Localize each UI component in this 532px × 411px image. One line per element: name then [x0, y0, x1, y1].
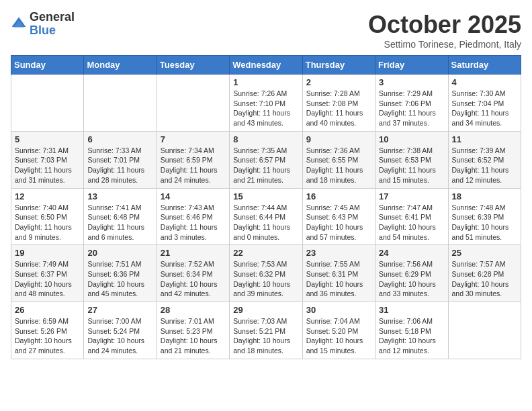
day-info: Sunrise: 7:04 AM Sunset: 5:20 PM Dayligh… [306, 316, 371, 356]
day-info: Sunrise: 7:29 AM Sunset: 7:06 PM Dayligh… [379, 89, 444, 128]
calendar-day-cell: 13Sunrise: 7:41 AM Sunset: 6:48 PM Dayli… [84, 188, 157, 245]
day-number: 7 [161, 134, 226, 144]
day-info: Sunrise: 7:28 AM Sunset: 7:08 PM Dayligh… [306, 89, 371, 128]
day-info: Sunrise: 7:06 AM Sunset: 5:18 PM Dayligh… [379, 316, 444, 356]
calendar-table: SundayMondayTuesdayWednesdayThursdayFrid… [11, 55, 521, 359]
calendar-week-row: 19Sunrise: 7:49 AM Sunset: 6:37 PM Dayli… [11, 245, 521, 302]
calendar-day-header: Tuesday [157, 56, 229, 75]
calendar-day-header: Sunday [11, 56, 84, 75]
calendar-day-header: Friday [375, 56, 448, 75]
calendar-day-cell: 4Sunrise: 7:30 AM Sunset: 7:04 PM Daylig… [448, 75, 521, 132]
day-number: 3 [379, 77, 444, 87]
day-number: 9 [306, 134, 371, 144]
day-number: 17 [379, 191, 444, 201]
day-info: Sunrise: 7:45 AM Sunset: 6:43 PM Dayligh… [306, 203, 371, 242]
day-info: Sunrise: 7:43 AM Sunset: 6:46 PM Dayligh… [161, 203, 226, 242]
calendar-day-cell [157, 75, 229, 132]
calendar-day-cell: 18Sunrise: 7:48 AM Sunset: 6:39 PM Dayli… [448, 188, 521, 245]
day-number: 30 [306, 305, 371, 315]
day-number: 29 [233, 305, 298, 315]
day-number: 19 [15, 248, 80, 258]
calendar-body: 1Sunrise: 7:26 AM Sunset: 7:10 PM Daylig… [11, 75, 521, 359]
day-info: Sunrise: 7:36 AM Sunset: 6:55 PM Dayligh… [306, 146, 371, 185]
day-info: Sunrise: 7:34 AM Sunset: 6:59 PM Dayligh… [161, 146, 226, 185]
day-info: Sunrise: 7:44 AM Sunset: 6:44 PM Dayligh… [233, 203, 298, 242]
day-info: Sunrise: 7:03 AM Sunset: 5:21 PM Dayligh… [233, 316, 298, 356]
day-info: Sunrise: 7:51 AM Sunset: 6:36 PM Dayligh… [87, 259, 152, 299]
calendar-week-row: 12Sunrise: 7:40 AM Sunset: 6:50 PM Dayli… [11, 188, 521, 245]
day-number: 4 [452, 77, 517, 87]
day-number: 18 [452, 191, 517, 201]
calendar-day-cell: 7Sunrise: 7:34 AM Sunset: 6:59 PM Daylig… [157, 131, 229, 188]
day-number: 10 [379, 134, 444, 144]
day-number: 16 [306, 191, 371, 201]
day-info: Sunrise: 7:33 AM Sunset: 7:01 PM Dayligh… [87, 146, 152, 185]
calendar-day-cell: 19Sunrise: 7:49 AM Sunset: 6:37 PM Dayli… [11, 245, 84, 302]
calendar-day-cell: 12Sunrise: 7:40 AM Sunset: 6:50 PM Dayli… [11, 188, 84, 245]
day-info: Sunrise: 7:38 AM Sunset: 6:53 PM Dayligh… [379, 146, 444, 185]
page-header: General Blue October 2025 Settimo Torine… [11, 11, 521, 50]
day-number: 11 [452, 134, 517, 144]
calendar-day-cell [448, 302, 521, 359]
day-number: 26 [15, 305, 80, 315]
day-info: Sunrise: 7:31 AM Sunset: 7:03 PM Dayligh… [15, 146, 80, 185]
day-info: Sunrise: 7:00 AM Sunset: 5:24 PM Dayligh… [87, 316, 152, 356]
calendar-day-cell: 31Sunrise: 7:06 AM Sunset: 5:18 PM Dayli… [375, 302, 448, 359]
calendar-day-cell: 8Sunrise: 7:35 AM Sunset: 6:57 PM Daylig… [230, 131, 302, 188]
logo-icon [11, 16, 27, 32]
day-info: Sunrise: 6:59 AM Sunset: 5:26 PM Dayligh… [15, 316, 80, 356]
calendar-day-cell: 24Sunrise: 7:56 AM Sunset: 6:29 PM Dayli… [375, 245, 448, 302]
title-block: October 2025 Settimo Torinese, Piedmont,… [368, 11, 521, 50]
day-info: Sunrise: 7:52 AM Sunset: 6:34 PM Dayligh… [161, 259, 226, 299]
day-info: Sunrise: 7:47 AM Sunset: 6:41 PM Dayligh… [379, 203, 444, 242]
day-info: Sunrise: 7:40 AM Sunset: 6:50 PM Dayligh… [15, 203, 80, 242]
day-number: 2 [306, 77, 371, 87]
calendar-day-cell: 14Sunrise: 7:43 AM Sunset: 6:46 PM Dayli… [157, 188, 229, 245]
calendar-day-header: Thursday [302, 56, 375, 75]
day-info: Sunrise: 7:39 AM Sunset: 6:52 PM Dayligh… [452, 146, 517, 185]
day-info: Sunrise: 7:57 AM Sunset: 6:28 PM Dayligh… [452, 259, 517, 299]
day-info: Sunrise: 7:56 AM Sunset: 6:29 PM Dayligh… [379, 259, 444, 299]
calendar-day-cell: 9Sunrise: 7:36 AM Sunset: 6:55 PM Daylig… [302, 131, 375, 188]
day-info: Sunrise: 7:35 AM Sunset: 6:57 PM Dayligh… [233, 146, 298, 185]
day-info: Sunrise: 7:48 AM Sunset: 6:39 PM Dayligh… [452, 203, 517, 242]
day-number: 6 [87, 134, 152, 144]
day-number: 12 [15, 191, 80, 201]
day-info: Sunrise: 7:41 AM Sunset: 6:48 PM Dayligh… [87, 203, 152, 242]
day-number: 22 [233, 248, 298, 258]
calendar-day-cell: 10Sunrise: 7:38 AM Sunset: 6:53 PM Dayli… [375, 131, 448, 188]
day-info: Sunrise: 7:01 AM Sunset: 5:23 PM Dayligh… [161, 316, 226, 356]
calendar-day-cell [11, 75, 84, 132]
calendar-day-header: Monday [84, 56, 157, 75]
calendar-week-row: 26Sunrise: 6:59 AM Sunset: 5:26 PM Dayli… [11, 302, 521, 359]
day-number: 8 [233, 134, 298, 144]
calendar-day-cell: 25Sunrise: 7:57 AM Sunset: 6:28 PM Dayli… [448, 245, 521, 302]
calendar-week-row: 5Sunrise: 7:31 AM Sunset: 7:03 PM Daylig… [11, 131, 521, 188]
calendar-day-cell: 23Sunrise: 7:55 AM Sunset: 6:31 PM Dayli… [302, 245, 375, 302]
day-info: Sunrise: 7:55 AM Sunset: 6:31 PM Dayligh… [306, 259, 371, 299]
day-number: 25 [452, 248, 517, 258]
day-info: Sunrise: 7:53 AM Sunset: 6:32 PM Dayligh… [233, 259, 298, 299]
calendar-day-cell: 5Sunrise: 7:31 AM Sunset: 7:03 PM Daylig… [11, 131, 84, 188]
day-number: 15 [233, 191, 298, 201]
calendar-day-cell: 27Sunrise: 7:00 AM Sunset: 5:24 PM Dayli… [84, 302, 157, 359]
day-info: Sunrise: 7:49 AM Sunset: 6:37 PM Dayligh… [15, 259, 80, 299]
calendar-day-header: Wednesday [230, 56, 302, 75]
month-title: October 2025 [368, 11, 521, 39]
calendar-day-cell: 21Sunrise: 7:52 AM Sunset: 6:34 PM Dayli… [157, 245, 229, 302]
day-number: 23 [306, 248, 371, 258]
day-number: 27 [87, 305, 152, 315]
day-number: 13 [87, 191, 152, 201]
day-number: 20 [87, 248, 152, 258]
calendar-day-cell: 15Sunrise: 7:44 AM Sunset: 6:44 PM Dayli… [230, 188, 302, 245]
logo-blue-text: Blue [30, 24, 75, 38]
calendar-day-cell: 16Sunrise: 7:45 AM Sunset: 6:43 PM Dayli… [302, 188, 375, 245]
calendar-day-cell: 3Sunrise: 7:29 AM Sunset: 7:06 PM Daylig… [375, 75, 448, 132]
calendar-day-cell: 6Sunrise: 7:33 AM Sunset: 7:01 PM Daylig… [84, 131, 157, 188]
calendar-week-row: 1Sunrise: 7:26 AM Sunset: 7:10 PM Daylig… [11, 75, 521, 132]
calendar-day-cell: 2Sunrise: 7:28 AM Sunset: 7:08 PM Daylig… [302, 75, 375, 132]
subtitle: Settimo Torinese, Piedmont, Italy [368, 39, 521, 50]
calendar-header-row: SundayMondayTuesdayWednesdayThursdayFrid… [11, 56, 521, 75]
calendar-day-header: Saturday [448, 56, 521, 75]
calendar-day-cell [84, 75, 157, 132]
